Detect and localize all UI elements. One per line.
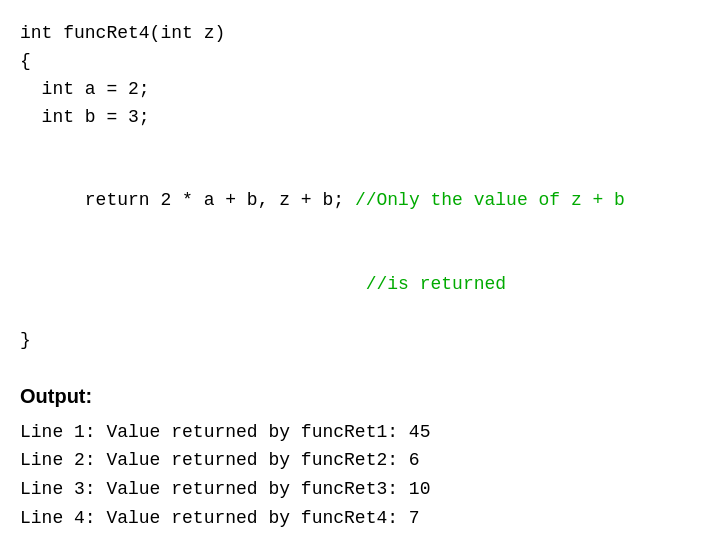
code-comment-2: //is returned [366, 274, 506, 294]
code-text: } [20, 330, 31, 350]
code-comment-1: //Only the value of z + b [355, 190, 625, 210]
code-line-7: //is returned [20, 243, 700, 327]
output-heading: Output: [20, 385, 700, 408]
code-text: int funcRet4(int z) [20, 23, 225, 43]
code-line-6: return 2 * a + b, z + b; //Only the valu… [20, 159, 700, 243]
code-statement: return 2 * a + b, z + b; [63, 190, 355, 210]
code-text: int b = 3; [20, 107, 150, 127]
output-line-2: Line 2: Value returned by funcRet2: 6 [20, 446, 700, 475]
code-line-8: } [20, 327, 700, 355]
code-line-4: int b = 3; [20, 104, 700, 132]
output-line-4: Line 4: Value returned by funcRet4: 7 [20, 504, 700, 533]
code-line-1: int funcRet4(int z) [20, 20, 700, 48]
code-text: { [20, 51, 31, 71]
code-text: int a = 2; [20, 79, 150, 99]
output-line-1: Line 1: Value returned by funcRet1: 45 [20, 418, 700, 447]
code-line-3: int a = 2; [20, 76, 700, 104]
code-line-5 [20, 132, 700, 160]
code-indent [63, 274, 365, 294]
output-line-3: Line 3: Value returned by funcRet3: 10 [20, 475, 700, 504]
code-block: int funcRet4(int z) { int a = 2; int b =… [20, 20, 700, 355]
output-section: Output: Line 1: Value returned by funcRe… [20, 385, 700, 533]
code-line-2: { [20, 48, 700, 76]
